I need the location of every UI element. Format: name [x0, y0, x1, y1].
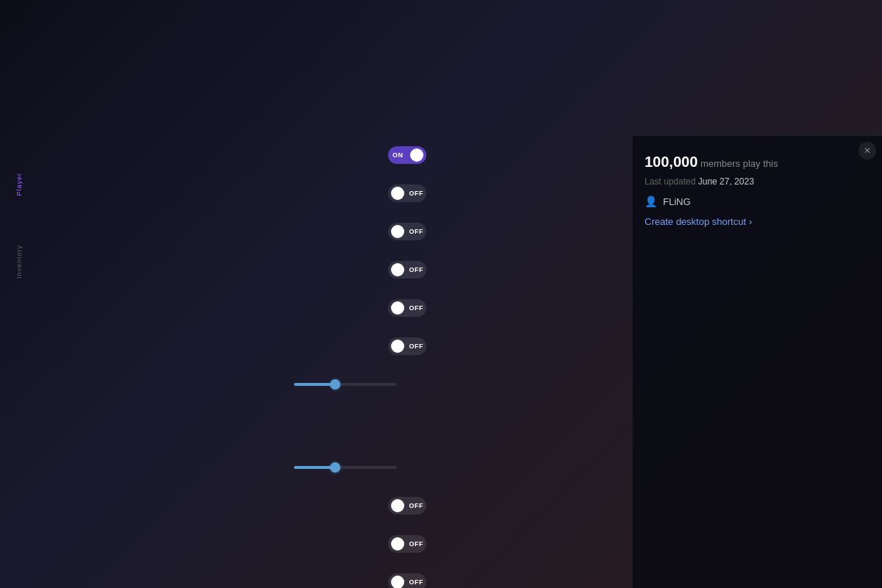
toggle-knob-unlimited-items: [391, 499, 404, 512]
mod-control-god-mode: ON: [388, 146, 426, 164]
toggle-knob-no-reload: [391, 263, 404, 276]
slider-thumb-set-player-speed[interactable]: [330, 379, 340, 390]
last-updated-label: Last updated: [645, 176, 695, 187]
toggle-label-no-recoil: OFF: [409, 343, 424, 350]
mod-control-unlimited-health: OFF: [388, 184, 426, 202]
info-panel: ✕ 100,000 members play this Last updated…: [632, 136, 882, 588]
toggle-label-rapid-fire: OFF: [409, 304, 424, 312]
toggle-label-unlimited-items: OFF: [409, 502, 424, 509]
toggle-ignore-crafting[interactable]: OFF: [388, 535, 426, 553]
slider-thumb-money-multiplier[interactable]: [330, 462, 340, 473]
close-info-button[interactable]: ✕: [858, 142, 876, 159]
toggle-label-no-reload: OFF: [409, 266, 424, 273]
creator-name: FLiNG: [663, 196, 691, 207]
updated-date: June 27, 2023: [698, 176, 754, 187]
desktop-shortcut-link[interactable]: Create desktop shortcut ›: [645, 216, 870, 227]
slider-fill-set-player-speed: [294, 383, 335, 386]
toggle-unlimited-health[interactable]: OFF: [388, 184, 426, 202]
mod-control-unlimited-ammo: OFF: [388, 223, 426, 240]
toggle-knob-last-mod: [391, 576, 404, 589]
toggle-label-ignore-crafting: OFF: [409, 540, 424, 548]
mod-control-last-mod: OFF: [388, 573, 426, 589]
toggle-knob-unlimited-health: [391, 187, 404, 200]
mod-control-no-recoil: OFF: [388, 337, 426, 355]
toggle-knob-god-mode: [410, 148, 423, 162]
mod-control-unlimited-items: OFF: [388, 497, 426, 514]
toggle-no-recoil[interactable]: OFF: [388, 337, 426, 355]
members-row: 100,000 members play this: [645, 154, 870, 171]
toggle-label-last-mod: OFF: [409, 578, 424, 586]
shortcut-link-label: Create desktop shortcut: [645, 216, 746, 227]
shortcut-link-arrow: ›: [749, 216, 752, 227]
members-count: 100,000: [645, 154, 698, 170]
toggle-label-god-mode: ON: [392, 151, 404, 159]
toggle-last-mod[interactable]: OFF: [388, 573, 426, 589]
toggle-unlimited-ammo[interactable]: OFF: [388, 223, 426, 240]
slider-track-money-multiplier: [294, 466, 397, 469]
toggle-label-unlimited-health: OFF: [409, 190, 424, 197]
sidebar-player-label: Player: [15, 173, 23, 196]
slider-track-set-player-speed: [294, 383, 397, 386]
creator-icon: 👤: [645, 196, 657, 207]
mod-control-ignore-crafting: OFF: [388, 535, 426, 553]
creator-row: 👤 FLiNG: [645, 196, 870, 207]
toggle-knob-unlimited-ammo: [391, 225, 404, 238]
toggle-label-unlimited-ammo: OFF: [409, 228, 424, 235]
mod-control-rapid-fire: OFF: [388, 299, 426, 317]
slider-fill-money-multiplier: [294, 466, 335, 469]
toggle-no-reload[interactable]: OFF: [388, 261, 426, 279]
toggle-knob-no-recoil: [391, 340, 404, 353]
updated-row: Last updated June 27, 2023: [645, 176, 870, 187]
toggle-rapid-fire[interactable]: OFF: [388, 299, 426, 317]
toggle-knob-ignore-crafting: [391, 537, 404, 551]
members-text: members play this: [700, 158, 778, 169]
toggle-unlimited-items[interactable]: OFF: [388, 497, 426, 514]
toggle-god-mode[interactable]: ON: [388, 146, 426, 164]
toggle-knob-rapid-fire: [391, 301, 404, 315]
sidebar-inventory-label: Inventory: [15, 245, 23, 279]
mod-control-no-reload: OFF: [388, 261, 426, 279]
